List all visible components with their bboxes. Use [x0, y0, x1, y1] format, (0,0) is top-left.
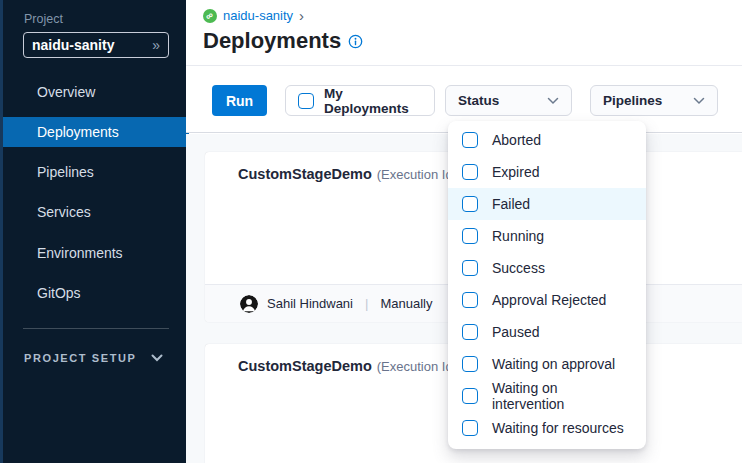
checkbox[interactable]: [462, 132, 478, 148]
sidebar-item-pipelines[interactable]: Pipelines: [3, 157, 189, 187]
chevron-down-icon: [151, 354, 163, 362]
breadcrumb-project-link[interactable]: naidu-sanity: [223, 8, 293, 23]
my-deployments-checkbox[interactable]: [298, 93, 314, 109]
status-option-waiting-on-approval[interactable]: Waiting on approval: [448, 348, 646, 380]
page-title: Deployments: [203, 28, 341, 54]
status-option-label: Waiting on approval: [492, 356, 615, 372]
chevron-down-icon: [547, 97, 559, 105]
sidebar-item-environments[interactable]: Environments: [3, 238, 189, 268]
status-option-waiting-for-resources[interactable]: Waiting for resources: [448, 412, 646, 444]
project-expand-icon[interactable]: »: [152, 38, 160, 52]
pipelines-filter-dropdown[interactable]: Pipelines: [590, 85, 718, 116]
deployment-execution-id: (Execution Id: [377, 167, 453, 182]
project-setup-toggle[interactable]: PROJECT SETUP: [24, 348, 163, 368]
status-filter-label: Status: [458, 93, 499, 108]
checkbox[interactable]: [462, 228, 478, 244]
status-option-label: Waiting for resources: [492, 420, 624, 436]
breadcrumb-chevron-icon: ›: [299, 8, 304, 23]
status-option-paused[interactable]: Paused: [448, 316, 646, 348]
checkbox[interactable]: [462, 196, 478, 212]
status-option-label: Paused: [492, 324, 539, 340]
project-selector[interactable]: naidu-sanity »: [23, 32, 169, 58]
page-header: ∞ naidu-sanity › Deployments Run My Depl…: [186, 0, 742, 133]
my-deployments-toggle[interactable]: My Deployments: [285, 85, 435, 116]
my-deployments-label: My Deployments: [324, 86, 422, 116]
pipelines-filter-label: Pipelines: [603, 93, 662, 108]
main-area: ∞ naidu-sanity › Deployments Run My Depl…: [186, 0, 742, 463]
status-option-label: Success: [492, 260, 545, 276]
status-option-waiting-on-intervention[interactable]: Waiting on intervention: [448, 380, 646, 412]
checkbox[interactable]: [462, 356, 478, 372]
project-selector-value: naidu-sanity: [32, 37, 114, 53]
status-option-success[interactable]: Success: [448, 252, 646, 284]
project-setup-label: PROJECT SETUP: [24, 352, 137, 364]
status-option-expired[interactable]: Expired: [448, 156, 646, 188]
info-icon[interactable]: [348, 34, 363, 49]
status-option-label: Running: [492, 228, 544, 244]
sidebar-item-overview[interactable]: Overview: [3, 77, 189, 107]
avatar: [240, 295, 258, 313]
cd-module-icon: ∞: [203, 9, 217, 23]
status-option-label: Waiting on intervention: [492, 380, 632, 412]
checkbox[interactable]: [462, 260, 478, 276]
sidebar-item-gitops[interactable]: GitOps: [3, 278, 189, 308]
triggered-by-name: Sahil Hindwani: [267, 296, 353, 311]
footer-separator: |: [362, 296, 371, 311]
deployment-execution-id: (Execution Id: [377, 359, 453, 374]
breadcrumb: ∞ naidu-sanity ›: [203, 8, 304, 23]
deployment-pipeline-name: CustomStageDemo: [238, 166, 372, 182]
checkbox[interactable]: [462, 388, 478, 404]
status-option-label: Aborted: [492, 132, 541, 148]
status-option-running[interactable]: Running: [448, 220, 646, 252]
chevron-down-icon: [693, 97, 705, 105]
sidebar-item-deployments[interactable]: Deployments: [3, 117, 189, 147]
project-sidebar: Project naidu-sanity » Overview Deployme…: [0, 0, 186, 463]
sidebar-divider: [23, 328, 169, 329]
status-filter-dropdown[interactable]: Status: [445, 85, 572, 116]
status-option-failed[interactable]: Failed: [448, 188, 646, 220]
trigger-type: Manually: [380, 296, 432, 311]
status-option-label: Failed: [492, 196, 530, 212]
checkbox[interactable]: [462, 292, 478, 308]
header-divider: [186, 65, 742, 66]
checkbox[interactable]: [462, 420, 478, 436]
sidebar-item-services[interactable]: Services: [3, 197, 189, 227]
deployment-pipeline-name: CustomStageDemo: [238, 358, 372, 374]
run-button[interactable]: Run: [212, 85, 267, 116]
checkbox[interactable]: [462, 164, 478, 180]
checkbox[interactable]: [462, 324, 478, 340]
status-option-label: Expired: [492, 164, 539, 180]
project-label: Project: [24, 12, 63, 26]
status-option-approval-rejected[interactable]: Approval Rejected: [448, 284, 646, 316]
status-option-aborted[interactable]: Aborted: [448, 124, 646, 156]
status-filter-menu: Aborted Expired Failed Running Success A…: [448, 121, 646, 449]
status-option-label: Approval Rejected: [492, 292, 606, 308]
